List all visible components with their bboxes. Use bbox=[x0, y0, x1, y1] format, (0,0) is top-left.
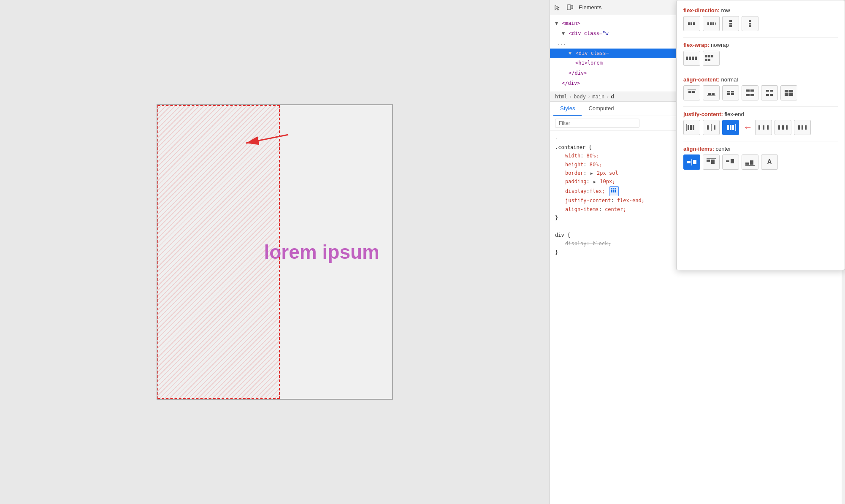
page-container: lorem ipsum bbox=[157, 104, 393, 400]
svg-rect-69 bbox=[767, 125, 769, 130]
svg-rect-58 bbox=[690, 125, 692, 130]
filter-input[interactable] bbox=[555, 119, 639, 128]
svg-rect-62 bbox=[714, 125, 715, 130]
tab-styles[interactable]: Styles bbox=[553, 102, 582, 116]
align-items-buttons: A bbox=[683, 154, 838, 170]
devtools-panel: Elements ▼ <main> ▼ <div class="w ... ▼ … bbox=[550, 0, 845, 504]
svg-rect-43 bbox=[731, 93, 734, 95]
svg-rect-6 bbox=[615, 188, 616, 189]
svg-rect-12 bbox=[615, 191, 616, 192]
flex-wrap-nowrap-btn[interactable] bbox=[683, 51, 700, 66]
red-arrow-indicator bbox=[233, 130, 301, 156]
svg-rect-71 bbox=[782, 125, 784, 130]
svg-rect-74 bbox=[802, 125, 803, 130]
svg-rect-35 bbox=[688, 91, 691, 93]
justify-content-section: justify-content: flex-end ← bbox=[683, 111, 838, 135]
align-content-end-btn[interactable] bbox=[703, 85, 720, 100]
flex-dir-row-btn[interactable] bbox=[683, 16, 700, 31]
svg-rect-72 bbox=[786, 125, 788, 130]
svg-rect-54 bbox=[785, 93, 788, 96]
align-content-start-btn[interactable] bbox=[683, 85, 700, 100]
align-content-space-between-btn[interactable] bbox=[742, 85, 758, 100]
svg-rect-75 bbox=[805, 125, 807, 130]
inspect-icon[interactable] bbox=[553, 4, 561, 11]
svg-rect-5 bbox=[613, 188, 614, 189]
ai-center-btn[interactable] bbox=[683, 154, 700, 170]
ai-flex-end-btn[interactable] bbox=[742, 154, 758, 170]
flex-wrap-wrap-btn[interactable] bbox=[703, 51, 720, 66]
svg-rect-25 bbox=[686, 57, 688, 60]
svg-rect-55 bbox=[789, 93, 793, 96]
align-content-label: align-content: normal bbox=[683, 76, 838, 83]
svg-rect-10 bbox=[611, 191, 612, 192]
svg-rect-81 bbox=[711, 160, 715, 164]
svg-rect-2 bbox=[567, 5, 571, 10]
flex-dir-column-btn[interactable] bbox=[722, 16, 739, 31]
bc-main[interactable]: main bbox=[592, 94, 604, 100]
lorem-ipsum-text: lorem ipsum bbox=[264, 241, 392, 263]
svg-rect-22 bbox=[749, 20, 751, 22]
css-selector-div: div { bbox=[555, 231, 570, 239]
align-content-stretch-btn[interactable] bbox=[780, 85, 797, 100]
flex-wrap-buttons bbox=[683, 51, 838, 66]
jc-space-evenly-btn[interactable] bbox=[794, 120, 811, 135]
svg-rect-50 bbox=[766, 94, 769, 96]
jc-center-btn[interactable] bbox=[703, 120, 720, 135]
svg-rect-41 bbox=[731, 91, 734, 92]
flex-grid-icon[interactable] bbox=[609, 186, 619, 196]
svg-rect-3 bbox=[571, 5, 573, 9]
svg-rect-46 bbox=[746, 94, 750, 96]
svg-rect-48 bbox=[766, 90, 769, 92]
bc-body[interactable]: body bbox=[574, 94, 586, 100]
svg-rect-70 bbox=[778, 125, 780, 130]
svg-rect-68 bbox=[763, 125, 764, 130]
svg-rect-40 bbox=[727, 91, 730, 92]
svg-rect-45 bbox=[750, 89, 754, 92]
svg-rect-49 bbox=[770, 90, 773, 92]
elements-tab[interactable]: Elements bbox=[579, 4, 601, 11]
svg-rect-80 bbox=[707, 160, 710, 162]
svg-rect-59 bbox=[693, 125, 694, 130]
svg-rect-32 bbox=[705, 59, 707, 61]
svg-rect-20 bbox=[729, 23, 732, 24]
flex-direction-buttons bbox=[683, 16, 838, 31]
ai-bar-center-btn[interactable] bbox=[722, 154, 739, 170]
flex-dir-row-reverse-btn[interactable] bbox=[703, 16, 720, 31]
svg-rect-24 bbox=[749, 25, 751, 27]
tab-computed[interactable]: Computed bbox=[582, 102, 620, 116]
flex-dir-column-reverse-btn[interactable] bbox=[742, 16, 758, 31]
svg-rect-4 bbox=[611, 188, 612, 189]
svg-rect-38 bbox=[708, 93, 711, 95]
svg-rect-26 bbox=[689, 57, 691, 60]
jc-flex-start-btn[interactable] bbox=[683, 120, 700, 135]
jc-active-arrow: ← bbox=[743, 122, 753, 133]
svg-rect-85 bbox=[745, 163, 749, 165]
jc-space-between-btn[interactable] bbox=[755, 120, 772, 135]
svg-rect-52 bbox=[785, 90, 788, 92]
jc-flex-end-btn[interactable] bbox=[722, 120, 739, 135]
bc-d[interactable]: d bbox=[611, 94, 614, 100]
align-items-section: align-items: center bbox=[683, 146, 838, 170]
svg-rect-77 bbox=[687, 161, 691, 163]
align-content-space-around-btn[interactable] bbox=[761, 85, 778, 100]
svg-rect-65 bbox=[730, 125, 731, 130]
ai-flex-start-btn[interactable] bbox=[703, 154, 720, 170]
svg-rect-8 bbox=[613, 190, 614, 191]
device-icon[interactable] bbox=[566, 4, 574, 11]
svg-rect-83 bbox=[731, 159, 734, 163]
svg-rect-51 bbox=[770, 94, 773, 96]
svg-rect-42 bbox=[727, 93, 730, 95]
svg-rect-57 bbox=[688, 125, 689, 130]
bc-html[interactable]: html bbox=[555, 94, 567, 100]
svg-rect-14 bbox=[691, 22, 692, 25]
flex-wrap-section: flex-wrap: nowrap bbox=[683, 42, 838, 66]
align-items-label: align-items: center bbox=[683, 146, 838, 152]
svg-rect-21 bbox=[729, 25, 732, 27]
justify-content-buttons: ← bbox=[683, 120, 838, 135]
justify-content-label: justify-content: flex-end bbox=[683, 111, 838, 117]
align-content-center-btn[interactable] bbox=[722, 85, 739, 100]
svg-rect-23 bbox=[749, 23, 751, 24]
jc-space-around-btn[interactable] bbox=[775, 120, 791, 135]
svg-rect-53 bbox=[789, 90, 793, 92]
ai-baseline-btn[interactable]: A bbox=[761, 154, 778, 170]
